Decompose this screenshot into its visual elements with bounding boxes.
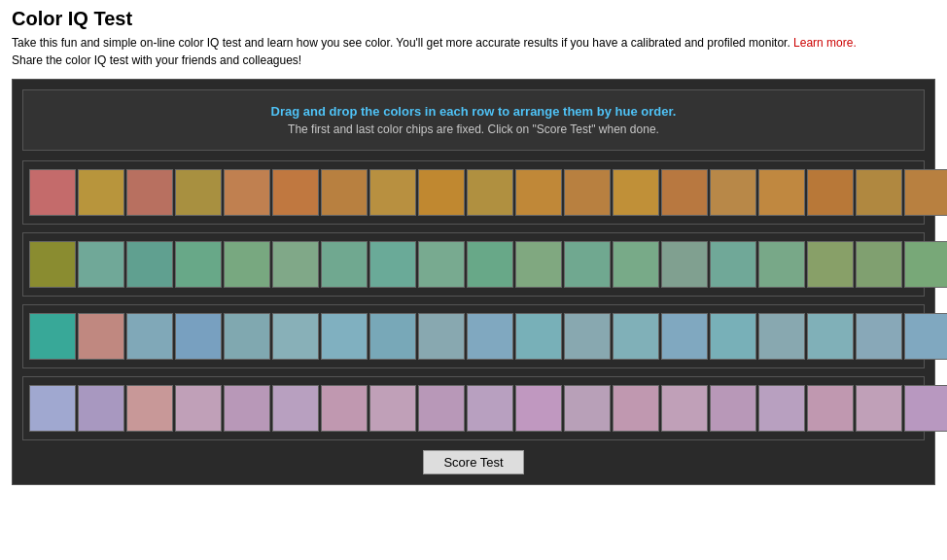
color-chip-r2-c7[interactable] — [321, 241, 368, 288]
color-chip-r2-c16[interactable] — [758, 241, 805, 288]
color-chip-r3-c7[interactable] — [321, 313, 368, 360]
color-chip-r4-c18[interactable] — [856, 385, 902, 432]
color-chip-r4-c12[interactable] — [564, 385, 611, 432]
color-chip-r4-c15[interactable] — [710, 385, 756, 432]
color-chip-r2-c2[interactable] — [78, 241, 124, 288]
color-chip-r1-c9[interactable] — [418, 169, 465, 216]
color-chip-r4-c10[interactable] — [467, 385, 513, 432]
color-row-2 — [29, 241, 918, 288]
color-chip-r4-c17[interactable] — [807, 385, 854, 432]
color-chip-r2-c5[interactable] — [224, 241, 270, 288]
color-chip-r3-c6[interactable] — [272, 313, 319, 360]
color-chip-r2-c3[interactable] — [126, 241, 173, 288]
color-row-wrapper-4 — [22, 376, 925, 440]
color-chip-r3-c2[interactable] — [78, 313, 124, 360]
color-chip-r2-c10[interactable] — [467, 241, 513, 288]
color-chip-r4-c3[interactable] — [126, 385, 173, 432]
color-chip-r3-c11[interactable] — [515, 313, 562, 360]
color-chip-r4-c4[interactable] — [175, 385, 222, 432]
instruction-line1: Drag and drop the colors in each row to … — [37, 104, 910, 119]
instructions-box: Drag and drop the colors in each row to … — [22, 89, 925, 151]
color-chip-r3-c5[interactable] — [224, 313, 270, 360]
color-row-wrapper-2 — [22, 232, 925, 297]
color-chip-r3-c14[interactable] — [661, 313, 708, 360]
color-chip-r4-c6[interactable] — [272, 385, 319, 432]
score-button-row: Score Test — [22, 450, 925, 474]
instruction-line2: The first and last color chips are fixed… — [37, 122, 910, 136]
color-chip-r1-c7[interactable] — [321, 169, 368, 216]
color-chip-r4-c9[interactable] — [418, 385, 465, 432]
color-chip-r1-c2[interactable] — [78, 169, 124, 216]
color-chip-r2-c9[interactable] — [418, 241, 465, 288]
color-chip-r3-c4[interactable] — [175, 313, 222, 360]
color-chip-r4-c13[interactable] — [613, 385, 659, 432]
color-chip-r1-c3[interactable] — [126, 169, 173, 216]
color-chip-r3-c13[interactable] — [613, 313, 659, 360]
color-chip-r3-c18[interactable] — [856, 313, 902, 360]
color-row-wrapper-1 — [22, 160, 925, 225]
color-chip-r4-c7[interactable] — [321, 385, 368, 432]
color-chip-r3-c10[interactable] — [467, 313, 513, 360]
score-test-button[interactable]: Score Test — [423, 450, 523, 474]
color-chip-r2-c19[interactable] — [904, 241, 947, 288]
color-chip-r3-c12[interactable] — [564, 313, 611, 360]
color-chip-r1-c13[interactable] — [613, 169, 659, 216]
color-row-1 — [29, 169, 918, 216]
color-chip-r1-c15[interactable] — [710, 169, 756, 216]
color-rows-container — [22, 160, 925, 440]
color-chip-r1-c19[interactable] — [904, 169, 947, 216]
color-chip-r3-c17[interactable] — [807, 313, 854, 360]
color-chip-r2-c4[interactable] — [175, 241, 222, 288]
color-chip-r3-c1[interactable] — [29, 313, 76, 360]
color-chip-r3-c8[interactable] — [369, 313, 416, 360]
color-chip-r2-c13[interactable] — [613, 241, 659, 288]
color-chip-r4-c2[interactable] — [78, 385, 124, 432]
color-chip-r1-c11[interactable] — [515, 169, 562, 216]
color-chip-r2-c18[interactable] — [856, 241, 902, 288]
color-chip-r3-c16[interactable] — [758, 313, 805, 360]
color-chip-r1-c4[interactable] — [175, 169, 222, 216]
color-chip-r3-c3[interactable] — [126, 313, 173, 360]
page-title: Color IQ Test — [12, 8, 935, 30]
color-row-wrapper-3 — [22, 304, 925, 368]
color-chip-r1-c12[interactable] — [564, 169, 611, 216]
color-chip-r2-c11[interactable] — [515, 241, 562, 288]
color-chip-r4-c14[interactable] — [661, 385, 708, 432]
color-chip-r4-c1[interactable] — [29, 385, 76, 432]
color-chip-r1-c1[interactable] — [29, 169, 76, 216]
color-chip-r3-c19[interactable] — [904, 313, 947, 360]
color-chip-r1-c18[interactable] — [856, 169, 902, 216]
color-chip-r1-c8[interactable] — [369, 169, 416, 216]
color-row-4 — [29, 385, 918, 432]
color-chip-r1-c10[interactable] — [467, 169, 513, 216]
learn-more-link[interactable]: Learn more. — [793, 36, 857, 50]
color-chip-r2-c8[interactable] — [369, 241, 416, 288]
color-row-3 — [29, 313, 918, 360]
color-chip-r2-c6[interactable] — [272, 241, 319, 288]
color-chip-r4-c16[interactable] — [758, 385, 805, 432]
color-chip-r2-c1[interactable] — [29, 241, 76, 288]
color-chip-r1-c16[interactable] — [758, 169, 805, 216]
main-container: Drag and drop the colors in each row to … — [12, 79, 935, 485]
color-chip-r1-c17[interactable] — [807, 169, 854, 216]
color-chip-r2-c12[interactable] — [564, 241, 611, 288]
color-chip-r3-c15[interactable] — [710, 313, 756, 360]
color-chip-r1-c5[interactable] — [224, 169, 270, 216]
color-chip-r1-c14[interactable] — [661, 169, 708, 216]
color-chip-r4-c5[interactable] — [224, 385, 270, 432]
color-chip-r1-c6[interactable] — [272, 169, 319, 216]
color-chip-r4-c19[interactable] — [904, 385, 947, 432]
color-chip-r4-c11[interactable] — [515, 385, 562, 432]
intro-text: Take this fun and simple on-line color I… — [12, 34, 935, 69]
color-chip-r3-c9[interactable] — [418, 313, 465, 360]
color-chip-r2-c14[interactable] — [661, 241, 708, 288]
color-chip-r2-c15[interactable] — [710, 241, 756, 288]
color-chip-r4-c8[interactable] — [369, 385, 416, 432]
color-chip-r2-c17[interactable] — [807, 241, 854, 288]
